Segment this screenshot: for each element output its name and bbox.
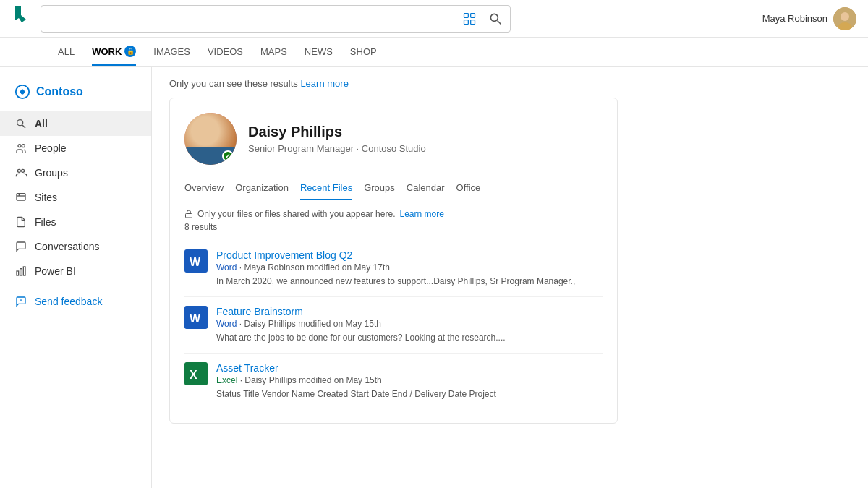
sidebar-feedback-label: Send feedback [35,296,102,307]
sidebar-item-conversations-label: Conversations [35,241,100,252]
svg-line-11 [22,125,25,128]
sidebar-brand-label: Contoso [36,85,83,98]
profile-tab-groups[interactable]: Groups [364,176,395,200]
sidebar-item-powerbi[interactable]: Power BI [0,259,151,283]
file-title-2[interactable]: Feature Brainstorm [216,306,603,317]
files-privacy-text: Only your files or files shared with you… [197,209,395,219]
search-input[interactable]: daisy's files [48,12,462,25]
search-icon [14,117,27,130]
svg-point-4 [490,14,498,21]
files-learn-more-link[interactable]: Learn more [399,209,443,219]
sidebar-item-all-label: All [35,118,48,129]
svg-point-14 [17,169,20,172]
file-title-3[interactable]: Asset Tracker [216,362,603,374]
tab-videos[interactable]: VIDEOS [208,39,243,66]
svg-text:W: W [190,312,201,325]
svg-text:W: W [190,256,201,268]
profile-tabs: Overview Organization Recent Files Group… [184,176,603,200]
list-item: X Asset Tracker Excel · Daisy Phillips m… [184,354,603,409]
tab-news[interactable]: NEWS [305,39,333,66]
lock-icon [184,210,193,218]
profile-tab-calendar[interactable]: Calendar [407,176,445,200]
conversations-icon [14,240,27,253]
file-modifier-info-2: Daisy Phillips modified on May 15th [244,319,380,329]
sidebar-item-people-label: People [35,142,67,154]
file-content-3: Asset Tracker Excel · Daisy Phillips mod… [216,362,603,401]
svg-rect-2 [464,20,469,24]
sidebar: Contoso All People [0,67,152,488]
sidebar-item-all[interactable]: All [0,111,151,136]
people-icon [14,142,27,155]
profile-header: Daisy Phillips Senior Program Manager · … [184,113,603,165]
sidebar-item-conversations[interactable]: Conversations [0,234,151,259]
user-name: Maya Robinson [762,13,827,24]
sidebar-item-groups[interactable]: Groups [0,160,151,185]
tab-maps[interactable]: MAPS [260,39,287,66]
feedback-icon [14,295,27,308]
privacy-learn-more-link[interactable]: Learn more [300,78,348,89]
profile-info: Daisy Phillips Senior Program Manager · … [248,124,426,154]
profile-name: Daisy Phillips [248,124,426,140]
sidebar-feedback[interactable]: Send feedback [0,289,151,314]
sidebar-item-groups-label: Groups [35,167,68,179]
word-file-icon: W [184,249,208,273]
profile-tab-organization[interactable]: Organization [235,176,289,200]
excel-file-icon: X [184,362,208,385]
svg-rect-16 [17,194,25,200]
file-modifier-info-3: Daisy Phillips modified on May 15th [244,375,381,385]
svg-point-12 [18,145,21,147]
app-name-2: Word [216,319,237,329]
search-bar: daisy's files [41,5,511,33]
sites-icon [14,191,27,204]
tab-shop[interactable]: SHOP [350,39,377,66]
word-file-icon-2: W [184,306,208,329]
sidebar-item-files-label: Files [35,216,56,228]
svg-line-5 [498,20,501,24]
svg-point-15 [22,169,25,172]
sidebar-item-files[interactable]: Files [0,210,151,234]
camera-search-icon[interactable] [462,12,477,26]
svg-text:X: X [190,369,197,381]
profile-card: Daisy Phillips Senior Program Manager · … [169,98,618,424]
files-icon [14,215,27,228]
results-count: 8 results [184,222,603,232]
file-meta: Word · Maya Robinson modified on May 17t… [216,262,603,273]
file-meta-2: Word · Daisy Phillips modified on May 15… [216,319,603,329]
files-privacy-note: Only your files or files shared with you… [184,209,603,219]
groups-icon [14,166,27,179]
list-item: W Product Improvement Blog Q2 Word · May… [184,241,603,297]
nav-tabs: ALL WORK 🔒 IMAGES VIDEOS MAPS NEWS SHOP [0,38,868,67]
tab-all[interactable]: ALL [58,39,75,66]
avatar[interactable] [833,7,856,30]
sidebar-brand: Contoso [0,78,151,111]
svg-rect-21 [23,267,25,275]
work-lock-badge: 🔒 [124,46,136,57]
sidebar-item-sites-label: Sites [35,192,57,203]
profile-tab-recent-files[interactable]: Recent Files [300,176,352,200]
svg-rect-3 [471,20,475,24]
file-modifier-info: Maya Robinson modified on May 17th [244,262,389,273]
search-submit-icon[interactable] [488,12,503,26]
profile-tab-overview[interactable]: Overview [184,176,224,200]
sidebar-item-people[interactable]: People [0,136,151,160]
tab-images[interactable]: IMAGES [153,39,190,66]
app-name-3: Excel [216,375,237,385]
sidebar-item-sites[interactable]: Sites [0,185,151,210]
file-title[interactable]: Product Improvement Blog Q2 [216,249,603,261]
file-snippet-2: What are the jobs to be done for our cus… [216,332,603,344]
online-status-badge [222,150,234,162]
file-content-2: Feature Brainstorm Word · Daisy Phillips… [216,306,603,344]
profile-tab-office[interactable]: Office [456,176,481,200]
user-area: Maya Robinson [762,7,856,30]
svg-point-10 [17,120,23,126]
svg-rect-0 [464,13,469,17]
svg-rect-19 [17,271,19,275]
list-item: W Feature Brainstorm Word · Daisy Philli… [184,297,603,354]
content-area: Only you can see these results Learn mor… [152,67,868,488]
contoso-brand-icon [14,84,30,100]
privacy-note: Only you can see these results Learn mor… [169,78,851,89]
file-snippet-3: Status Title Vendor Name Created Start D… [216,388,603,401]
svg-rect-24 [186,214,192,218]
tab-work[interactable]: WORK 🔒 [92,38,136,66]
profile-avatar [184,113,237,165]
